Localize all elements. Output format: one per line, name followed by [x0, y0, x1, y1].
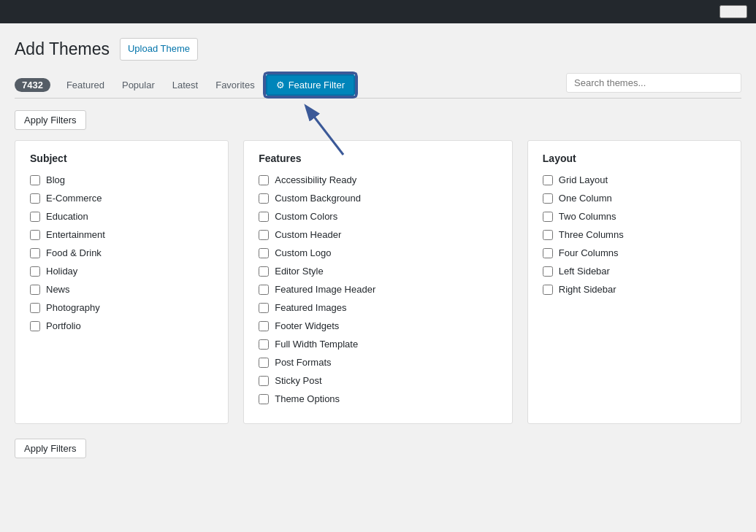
feature-label-custom-bg: Custom Background	[275, 193, 361, 204]
feature-label-custom-header: Custom Header	[275, 229, 341, 240]
layout-items: Grid Layout One Column Two Columns Three…	[543, 174, 726, 295]
subject-checkbox-portfolio[interactable]	[30, 321, 40, 331]
subject-label-news: News	[46, 284, 70, 295]
list-item[interactable]: Theme Options	[259, 393, 497, 404]
list-item[interactable]: Food & Drink	[30, 247, 213, 258]
subject-checkbox-news[interactable]	[30, 285, 40, 295]
feature-checkbox-custom-header[interactable]	[259, 230, 269, 240]
list-item[interactable]: Post Formats	[259, 357, 497, 368]
features-items: Accessibility Ready Custom Background Cu…	[259, 174, 497, 404]
list-item[interactable]: Featured Image Header	[259, 284, 497, 295]
feature-label-custom-logo: Custom Logo	[275, 247, 331, 258]
feature-checkbox-editor-style[interactable]	[259, 266, 269, 277]
list-item[interactable]: Portfolio	[30, 320, 213, 331]
list-item[interactable]: Editor Style	[259, 266, 497, 277]
gear-icon: ⚙	[276, 80, 285, 90]
list-item[interactable]: One Column	[543, 193, 726, 204]
layout-checkbox-right-sidebar[interactable]	[543, 285, 553, 295]
search-themes-input[interactable]	[566, 73, 741, 93]
list-item[interactable]: Holiday	[30, 266, 213, 277]
list-item[interactable]: Grid Layout	[543, 174, 726, 185]
subject-panel: Subject Blog E-Commerce Education	[15, 140, 229, 424]
help-button[interactable]: Help ▾	[719, 5, 747, 18]
feature-label-post-formats: Post Formats	[275, 357, 331, 368]
features-panel: Features Accessibility Ready Custom Back…	[243, 140, 513, 424]
feature-checkbox-post-formats[interactable]	[259, 358, 269, 368]
nav-tabs: 7432 Featured Popular Latest Favorites ⚙…	[15, 72, 741, 99]
feature-checkbox-theme-options[interactable]	[259, 394, 269, 404]
subject-checkbox-entertainment[interactable]	[30, 230, 40, 240]
page-header: Add Themes Upload Theme	[15, 38, 741, 61]
subject-items: Blog E-Commerce Education Entertainment	[30, 174, 213, 331]
list-item[interactable]: Four Columns	[543, 247, 726, 258]
feature-checkbox-footer-widgets[interactable]	[259, 321, 269, 331]
list-item[interactable]: Featured Images	[259, 302, 497, 313]
tab-popular[interactable]: Popular	[113, 72, 164, 99]
list-item[interactable]: Right Sidebar	[543, 284, 726, 295]
subject-checkbox-photography[interactable]	[30, 303, 40, 313]
apply-filters-top-button[interactable]: Apply Filters	[15, 110, 86, 130]
list-item[interactable]: Sticky Post	[259, 375, 497, 386]
list-item[interactable]: News	[30, 284, 213, 295]
tab-featured[interactable]: Featured	[58, 72, 113, 99]
layout-label-one-col: One Column	[559, 193, 612, 204]
list-item[interactable]: Left Sidebar	[543, 266, 726, 277]
subject-label-education: Education	[46, 211, 88, 222]
layout-label-grid: Grid Layout	[559, 174, 608, 185]
layout-checkbox-one-col[interactable]	[543, 193, 553, 204]
tab-latest[interactable]: Latest	[164, 72, 207, 99]
list-item[interactable]: Full Width Template	[259, 339, 497, 350]
subject-panel-title: Subject	[30, 153, 213, 164]
upload-theme-button[interactable]: Upload Theme	[120, 38, 198, 61]
layout-panel: Layout Grid Layout One Column Two Column…	[527, 140, 741, 424]
list-item[interactable]: Footer Widgets	[259, 320, 497, 331]
list-item[interactable]: Blog	[30, 174, 213, 185]
list-item[interactable]: Education	[30, 211, 213, 222]
feature-checkbox-custom-bg[interactable]	[259, 193, 269, 204]
subject-checkbox-ecommerce[interactable]	[30, 193, 40, 204]
list-item[interactable]: Custom Background	[259, 193, 497, 204]
subject-checkbox-holiday[interactable]	[30, 266, 40, 277]
feature-checkbox-featured-image-header[interactable]	[259, 285, 269, 295]
list-item[interactable]: Custom Header	[259, 229, 497, 240]
layout-label-right-sidebar: Right Sidebar	[559, 284, 616, 295]
list-item[interactable]: Photography	[30, 302, 213, 313]
feature-checkbox-featured-images[interactable]	[259, 303, 269, 313]
list-item[interactable]: Custom Colors	[259, 211, 497, 222]
feature-checkbox-custom-logo[interactable]	[259, 248, 269, 258]
feature-label-featured-image-header: Featured Image Header	[275, 284, 375, 295]
list-item[interactable]: Accessibility Ready	[259, 174, 497, 185]
bottom-apply-section: Apply Filters	[15, 439, 741, 469]
subject-label-holiday: Holiday	[46, 266, 77, 277]
layout-checkbox-three-col[interactable]	[543, 230, 553, 240]
layout-checkbox-left-sidebar[interactable]	[543, 266, 553, 277]
layout-label-three-col: Three Columns	[559, 229, 624, 240]
feature-checkbox-accessibility[interactable]	[259, 175, 269, 185]
list-item[interactable]: Two Columns	[543, 211, 726, 222]
theme-count-badge: 7432	[15, 78, 50, 92]
layout-checkbox-grid[interactable]	[543, 175, 553, 185]
feature-checkbox-custom-colors[interactable]	[259, 212, 269, 222]
page-title: Add Themes	[15, 39, 110, 59]
subject-label-ecommerce: E-Commerce	[46, 193, 102, 204]
help-dropdown-icon: ▾	[741, 7, 746, 17]
subject-label-entertainment: Entertainment	[46, 229, 105, 240]
layout-checkbox-two-col[interactable]	[543, 212, 553, 222]
subject-checkbox-food[interactable]	[30, 248, 40, 258]
subject-checkbox-education[interactable]	[30, 212, 40, 222]
list-item[interactable]: Entertainment	[30, 229, 213, 240]
feature-checkbox-sticky-post[interactable]	[259, 376, 269, 386]
layout-label-two-col: Two Columns	[559, 211, 616, 222]
list-item[interactable]: Custom Logo	[259, 247, 497, 258]
feature-label-accessibility: Accessibility Ready	[275, 174, 356, 185]
list-item[interactable]: E-Commerce	[30, 193, 213, 204]
apply-filters-bottom-button[interactable]: Apply Filters	[15, 439, 86, 458]
feature-label-full-width: Full Width Template	[275, 339, 358, 350]
layout-checkbox-four-col[interactable]	[543, 248, 553, 258]
tab-favorites[interactable]: Favorites	[207, 72, 263, 99]
subject-label-food: Food & Drink	[46, 247, 102, 258]
subject-checkbox-blog[interactable]	[30, 175, 40, 185]
list-item[interactable]: Three Columns	[543, 229, 726, 240]
feature-checkbox-full-width[interactable]	[259, 339, 269, 350]
feature-filter-button[interactable]: ⚙ Feature Filter	[266, 74, 355, 96]
